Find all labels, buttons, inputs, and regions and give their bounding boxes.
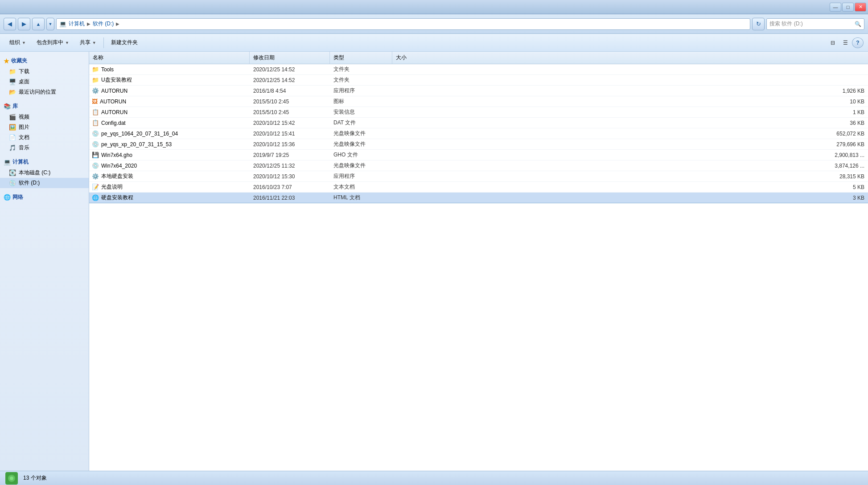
- file-type-cell: 应用程序: [330, 173, 392, 180]
- file-name-cell: ⚙️ 本地硬盘安装: [89, 173, 250, 180]
- network-section: 🌐 网络: [0, 192, 89, 203]
- view-details-button[interactable]: ☰: [839, 37, 851, 48]
- computer-section: 💻 计算机 💽 本地磁盘 (C:) 💿 软件 (D:): [0, 156, 89, 188]
- sidebar-item-local-c[interactable]: 💽 本地磁盘 (C:): [0, 168, 89, 178]
- file-date-cell: 2016/11/21 22:03: [250, 195, 330, 201]
- file-name-text: 本地硬盘安装: [101, 173, 133, 180]
- table-row[interactable]: 📝 光盘说明 2016/10/23 7:07 文本文档 5 KB: [89, 182, 868, 193]
- computer-header[interactable]: 💻 计算机: [0, 156, 89, 168]
- file-date-cell: 2020/12/25 11:32: [250, 163, 330, 169]
- file-name-text: Config.dat: [101, 120, 126, 126]
- file-icon: 📁: [92, 77, 99, 83]
- main-layout: ★ 收藏夹 📁 下载 🖥️ 桌面 📂 最近访问的位置 📚 库 🎬: [0, 52, 868, 471]
- file-date-cell: 2020/10/12 15:41: [250, 131, 330, 137]
- local-c-label: 本地磁盘 (C:): [19, 169, 50, 177]
- status-count: 13 个对象: [23, 474, 47, 482]
- search-bar[interactable]: 搜索 软件 (D:) 🔍: [766, 18, 864, 30]
- back-button[interactable]: ◀: [4, 18, 16, 30]
- include-library-label: 包含到库中: [37, 39, 63, 46]
- library-header[interactable]: 📚 库: [0, 101, 89, 112]
- file-type-cell: 文本文档: [330, 183, 392, 191]
- sidebar-item-recent[interactable]: 📂 最近访问的位置: [0, 87, 89, 97]
- minimize-button[interactable]: —: [830, 3, 841, 12]
- organize-label: 组织: [9, 39, 20, 46]
- file-type-cell: 图标: [330, 98, 392, 105]
- file-date-cell: 2020/12/25 14:52: [250, 66, 330, 73]
- col-header-size[interactable]: 大小: [392, 52, 868, 64]
- computer-label-side: 计算机: [12, 158, 29, 166]
- forward-button[interactable]: ▶: [18, 18, 30, 30]
- toolbar: 组织 ▼ 包含到库中 ▼ 共享 ▼ 新建文件夹 ⊟ ☰ ?: [0, 34, 868, 52]
- sidebar-item-soft-d[interactable]: 💿 软件 (D:): [0, 178, 89, 188]
- breadcrumb-computer[interactable]: 计算机: [67, 20, 86, 28]
- share-button[interactable]: 共享 ▼: [75, 36, 101, 49]
- file-name-cell: 📝 光盘说明: [89, 183, 250, 191]
- network-icon: 🌐: [4, 194, 11, 201]
- status-app-icon: [4, 471, 19, 485]
- file-size-cell: 1 KB: [392, 109, 868, 115]
- file-size-cell: 3 KB: [392, 195, 868, 201]
- col-header-name[interactable]: 名称: [89, 52, 250, 64]
- sidebar-item-desktop[interactable]: 🖥️ 桌面: [0, 77, 89, 87]
- table-row[interactable]: 📋 AUTORUN 2015/5/10 2:45 安装信息 1 KB: [89, 107, 868, 118]
- file-date-cell: 2019/9/7 19:25: [250, 152, 330, 158]
- breadcrumb[interactable]: 💻 计算机 ▶ 软件 (D:) ▶: [56, 18, 750, 30]
- help-button[interactable]: ?: [852, 37, 864, 48]
- sidebar-item-doc[interactable]: 📄 文档: [0, 132, 89, 143]
- share-dropdown-icon: ▼: [92, 41, 96, 45]
- table-row[interactable]: 💿 pe_yqs_1064_20_07_31_16_04 2020/10/12 …: [89, 128, 868, 139]
- col-header-type[interactable]: 类型: [330, 52, 392, 64]
- file-name-cell: 📋 AUTORUN: [89, 109, 250, 115]
- favorites-header[interactable]: ★ 收藏夹: [0, 55, 89, 66]
- file-name-text: Win7x64_2020: [101, 163, 137, 169]
- sidebar-item-music[interactable]: 🎵 音乐: [0, 143, 89, 153]
- table-row[interactable]: 💿 Win7x64_2020 2020/12/25 11:32 光盘映像文件 3…: [89, 160, 868, 171]
- maximize-button[interactable]: □: [842, 3, 854, 12]
- sidebar-item-video[interactable]: 🎬 视频: [0, 112, 89, 122]
- file-size-cell: 3,874,126 ...: [392, 163, 868, 169]
- toolbar-separator: [103, 37, 104, 48]
- file-date-cell: 2020/12/25 14:52: [250, 77, 330, 83]
- refresh-button[interactable]: ↻: [752, 18, 765, 30]
- include-library-dropdown-icon: ▼: [65, 41, 69, 45]
- view-controls: ⊟ ☰ ?: [827, 37, 864, 48]
- file-name-cell: 💿 Win7x64_2020: [89, 162, 250, 169]
- computer-icon: 💻: [59, 21, 66, 27]
- file-name-cell: 💿 pe_yqs_xp_20_07_31_15_53: [89, 141, 250, 148]
- file-type-cell: 文件夹: [330, 76, 392, 84]
- include-library-button[interactable]: 包含到库中 ▼: [32, 36, 74, 49]
- breadcrumb-drive[interactable]: 软件 (D:): [91, 20, 115, 28]
- col-header-modified[interactable]: 修改日期: [250, 52, 330, 64]
- table-row[interactable]: 📋 Config.dat 2020/10/12 15:42 DAT 文件 36 …: [89, 118, 868, 128]
- file-date-cell: 2016/10/23 7:07: [250, 184, 330, 190]
- table-row[interactable]: 📁 U盘安装教程 2020/12/25 14:52 文件夹: [89, 75, 868, 86]
- video-label: 视频: [19, 113, 29, 121]
- recent-locations-button[interactable]: ▼: [46, 18, 54, 30]
- close-button[interactable]: ✕: [855, 3, 866, 12]
- image-label: 图片: [19, 123, 29, 131]
- sidebar-item-image[interactable]: 🖼️ 图片: [0, 122, 89, 132]
- new-folder-button[interactable]: 新建文件夹: [106, 36, 143, 49]
- organize-button[interactable]: 组织 ▼: [4, 36, 31, 49]
- table-row[interactable]: 💾 Win7x64.gho 2019/9/7 19:25 GHO 文件 2,90…: [89, 150, 868, 160]
- file-name-cell: 📁 U盘安装教程: [89, 76, 250, 84]
- file-icon: 💿: [92, 141, 99, 148]
- network-header[interactable]: 🌐 网络: [0, 192, 89, 203]
- table-row[interactable]: 🖼 AUTORUN 2015/5/10 2:45 图标 10 KB: [89, 96, 868, 107]
- file-name-text: U盘安装教程: [101, 76, 132, 84]
- table-row[interactable]: ⚙️ AUTORUN 2016/1/8 4:54 应用程序 1,926 KB: [89, 86, 868, 96]
- up-button[interactable]: ▲: [32, 18, 45, 30]
- desktop-label: 桌面: [19, 78, 29, 86]
- file-type-cell: 安装信息: [330, 108, 392, 116]
- table-row[interactable]: 🌐 硬盘安装教程 2016/11/21 22:03 HTML 文档 3 KB: [89, 193, 868, 203]
- new-folder-label: 新建文件夹: [111, 39, 138, 46]
- view-toggle-button[interactable]: ⊟: [827, 37, 839, 48]
- file-name-text: Win7x64.gho: [101, 152, 132, 158]
- table-row[interactable]: ⚙️ 本地硬盘安装 2020/10/12 15:30 应用程序 28,315 K…: [89, 171, 868, 182]
- soft-d-label: 软件 (D:): [19, 179, 40, 187]
- table-row[interactable]: 📁 Tools 2020/12/25 14:52 文件夹: [89, 64, 868, 75]
- sidebar-item-download[interactable]: 📁 下载: [0, 66, 89, 77]
- file-date-cell: 2015/5/10 2:45: [250, 99, 330, 105]
- table-row[interactable]: 💿 pe_yqs_xp_20_07_31_15_53 2020/10/12 15…: [89, 139, 868, 150]
- network-label: 网络: [12, 193, 23, 201]
